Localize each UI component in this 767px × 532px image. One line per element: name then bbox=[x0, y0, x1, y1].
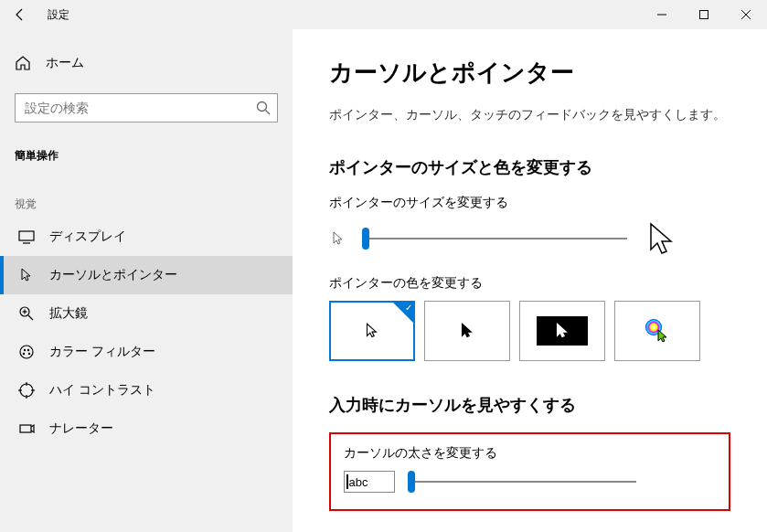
minimize-button[interactable] bbox=[641, 0, 683, 29]
small-cursor-icon bbox=[329, 229, 347, 248]
section-cursor-heading: 入力時にカーソルを見やすくする bbox=[329, 394, 730, 416]
sidebar-item-magnifier[interactable]: 拡大鏡 bbox=[0, 294, 293, 333]
sidebar-item-contrast[interactable]: ハイ コントラスト bbox=[0, 371, 293, 410]
section-pointer-heading: ポインターのサイズと色を変更する bbox=[329, 156, 730, 178]
sidebar-item-label: ディスプレイ bbox=[49, 229, 126, 245]
sidebar-item-cursor[interactable]: カーソルとポインター bbox=[0, 256, 293, 294]
highlight-annotation: カーソルの太さを変更する abc bbox=[329, 432, 730, 511]
svg-point-4 bbox=[258, 102, 267, 112]
search-icon bbox=[256, 101, 271, 115]
display-icon bbox=[18, 229, 35, 245]
svg-rect-6 bbox=[19, 231, 34, 240]
svg-point-14 bbox=[27, 349, 29, 351]
pointer-size-slider[interactable] bbox=[362, 228, 627, 250]
sidebar-item-color-filter[interactable]: カラー フィルター bbox=[0, 333, 293, 371]
home-label: ホーム bbox=[46, 55, 84, 71]
search-input[interactable] bbox=[15, 93, 278, 122]
pointer-color-custom[interactable] bbox=[614, 301, 700, 361]
maximize-button[interactable] bbox=[683, 0, 725, 29]
svg-point-15 bbox=[28, 353, 30, 355]
svg-line-9 bbox=[28, 315, 33, 320]
home-icon bbox=[15, 55, 31, 71]
pointer-color-inverted[interactable] bbox=[519, 301, 605, 361]
cursor-thickness-label: カーソルの太さを変更する bbox=[344, 445, 716, 462]
window-title: 設定 bbox=[48, 7, 69, 23]
svg-point-17 bbox=[20, 384, 33, 397]
svg-point-16 bbox=[23, 353, 25, 355]
pointer-color-black[interactable] bbox=[424, 301, 510, 361]
category-label: 簡単操作 bbox=[0, 141, 293, 171]
close-button[interactable] bbox=[725, 0, 767, 29]
large-cursor-icon bbox=[642, 220, 678, 257]
back-button[interactable] bbox=[11, 5, 29, 24]
page-title: カーソルとポインター bbox=[329, 57, 730, 89]
cursor-preview: abc bbox=[344, 471, 395, 493]
sidebar-item-label: ナレーター bbox=[49, 420, 113, 437]
pointer-color-label: ポインターの色を変更する bbox=[329, 275, 730, 292]
group-label: 視覚 bbox=[0, 187, 293, 218]
svg-rect-22 bbox=[20, 425, 31, 432]
svg-rect-1 bbox=[700, 11, 708, 19]
svg-point-13 bbox=[24, 349, 26, 351]
titlebar: 設定 bbox=[0, 0, 767, 29]
page-description: ポインター、カーソル、タッチのフィードバックを見やすくします。 bbox=[329, 107, 730, 123]
magnifier-icon bbox=[18, 305, 35, 322]
svg-point-12 bbox=[20, 346, 33, 358]
pointer-size-label: ポインターのサイズを変更する bbox=[329, 195, 730, 211]
sidebar-item-label: カーソルとポインター bbox=[49, 267, 177, 283]
home-link[interactable]: ホーム bbox=[0, 48, 293, 79]
sidebar-item-label: ハイ コントラスト bbox=[49, 382, 155, 399]
content: カーソルとポインター ポインター、カーソル、タッチのフィードバックを見やすくしま… bbox=[293, 29, 767, 532]
cursor-icon bbox=[18, 267, 35, 283]
color-filter-icon bbox=[18, 344, 35, 360]
cursor-thickness-slider[interactable] bbox=[408, 471, 636, 493]
svg-line-5 bbox=[266, 111, 271, 115]
sidebar-item-display[interactable]: ディスプレイ bbox=[0, 218, 293, 256]
sidebar: ホーム 簡単操作 視覚 ディスプレイ カーソルとポインター 拡大 bbox=[0, 29, 293, 532]
sidebar-item-narrator[interactable]: ナレーター bbox=[0, 410, 293, 448]
sidebar-item-label: カラー フィルター bbox=[49, 344, 155, 360]
sidebar-item-label: 拡大鏡 bbox=[49, 305, 88, 322]
narrator-icon bbox=[18, 420, 35, 437]
pointer-color-white[interactable] bbox=[329, 301, 415, 361]
contrast-icon bbox=[18, 382, 35, 399]
